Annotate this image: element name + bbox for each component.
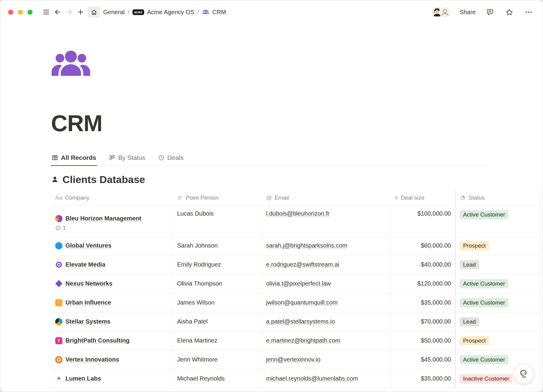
breadcrumb-root[interactable]: General [103,9,125,16]
email-cell[interactable]: sarah.j@brightsparksolns.com [262,236,391,255]
status-cell[interactable]: Lead [455,255,540,274]
company-cell[interactable]: Vertex Innovations [51,350,173,369]
point-person-cell[interactable]: Michael Reynolds [173,369,262,388]
deal-size-cell[interactable]: $120,000.00 [391,274,455,293]
more-options-button[interactable] [523,7,534,17]
point-person-cell[interactable]: Sarah Johnson [173,236,262,255]
status-badge[interactable]: Active Customer [460,355,508,364]
company-link[interactable]: Lumen Labs [65,375,101,382]
company-link[interactable]: Vertex Innovations [65,356,119,363]
status-badge[interactable]: Prospect [460,241,489,250]
avatar[interactable] [439,6,451,18]
sidebar-toggle-button[interactable] [40,6,52,18]
email-cell[interactable]: e.martinez@brightpath.com [262,331,391,350]
deal-size-cell[interactable]: $70,000.00 [391,312,455,331]
status-badge[interactable]: Prospect [460,336,489,345]
point-person-cell[interactable]: Lucas Dubois [173,205,262,236]
email-link[interactable]: a.patel@stellarsystems.io [266,318,335,325]
table-row[interactable]: ✦ Lumen Labs Michael Reynolds michael.re… [51,369,540,388]
column-header-company[interactable]: Aa Company [51,191,173,205]
tab-all-records[interactable]: All Records [51,151,97,166]
deal-size-cell[interactable]: $100,000.00 [391,205,455,236]
table-row[interactable]: Global Ventures Sarah Johnson sarah.j@br… [51,236,540,255]
email-link[interactable]: sarah.j@brightsparksolns.com [266,242,347,249]
email-cell[interactable]: e.rodriguez@swiftstream.ai [262,255,391,274]
point-person-cell[interactable]: Elena Martinez [173,331,262,350]
column-header-status[interactable]: Status [455,191,540,205]
company-link[interactable]: Nexus Networks [65,280,113,287]
table-row[interactable]: Bleu Horizon Management 1 Lucas Dubois l… [51,205,540,236]
company-cell[interactable]: T BrightPath Consulting [51,331,173,350]
email-cell[interactable]: l.dubois@bleuhorizon.fr [262,205,391,236]
point-person-cell[interactable]: Aisha Patel [173,312,262,331]
table-row[interactable]: T BrightPath Consulting Elena Martinez e… [51,331,540,350]
share-button[interactable]: Share [460,9,476,16]
status-cell[interactable]: Active Customer [455,293,540,312]
email-cell[interactable]: michael.reynolds@lumenlabs.com [262,369,391,388]
point-person-cell[interactable]: Jenn Whitmore [173,350,262,369]
tab-deals[interactable]: Deals [157,151,184,166]
close-window-button[interactable] [8,10,13,15]
company-link[interactable]: Urban Influence [65,299,111,306]
point-person-cell[interactable]: James Wilson [173,293,262,312]
deal-size-cell[interactable]: $35,000.00 [391,293,455,312]
email-link[interactable]: e.rodriguez@swiftstream.ai [266,261,339,268]
company-link[interactable]: Global Ventures [65,242,111,249]
minimize-window-button[interactable] [18,10,23,15]
breadcrumb-workspace[interactable]: Acme Agency OS [147,9,195,16]
status-cell[interactable]: Active Customer [455,205,540,236]
email-link[interactable]: e.martinez@brightpath.com [266,337,340,344]
email-cell[interactable]: jenn@vertexinnov.io [262,350,391,369]
email-link[interactable]: jwilson@quantumquill.com [266,299,338,306]
comments-button[interactable] [485,7,495,17]
table-row[interactable]: Vertex Innovations Jenn Whitmore jenn@ve… [51,350,540,369]
status-cell[interactable]: Active Customer [455,274,540,293]
company-link[interactable]: Bleu Horizon Management [65,215,141,222]
status-badge[interactable]: Active Customer [460,210,508,219]
table-row[interactable]: Nexus Networks Olivia Thompson olivia.t@… [51,274,540,293]
help-button[interactable] [514,364,534,384]
breadcrumb-page[interactable]: CRM [212,9,226,16]
table-row[interactable]: Urban Influence James Wilson jwilson@qua… [51,293,540,312]
back-button[interactable] [52,6,63,18]
email-cell[interactable]: a.patel@stellarsystems.io [262,312,391,331]
point-person-cell[interactable]: Olivia Thompson [173,274,262,293]
point-person-cell[interactable]: Emily Rodriguez [173,255,262,274]
status-cell[interactable]: Prospect [455,331,540,350]
company-link[interactable]: Elevate Media [65,261,105,268]
status-cell[interactable]: Prospect [455,236,540,255]
company-cell[interactable]: ✦ Lumen Labs [51,369,173,388]
company-link[interactable]: Stellar Systems [65,318,110,325]
deal-size-cell[interactable]: $40,000.00 [391,255,455,274]
deal-size-cell[interactable]: $60,000.00 [391,236,455,255]
company-cell[interactable]: Elevate Media [51,255,173,274]
email-link[interactable]: olivia.t@pixelperfect.law [266,280,331,287]
company-cell[interactable]: Global Ventures [51,236,173,255]
status-badge[interactable]: Lead [460,317,479,326]
page-icon-people[interactable] [51,49,93,79]
favorite-button[interactable] [504,7,514,17]
status-badge[interactable]: Active Customer [460,279,508,288]
email-cell[interactable]: olivia.t@pixelperfect.law [262,274,391,293]
email-link[interactable]: michael.reynolds@lumenlabs.com [266,375,358,382]
email-cell[interactable]: jwilson@quantumquill.com [262,293,391,312]
status-badge[interactable]: Lead [460,260,479,269]
status-badge[interactable]: Active Customer [460,298,508,307]
table-row[interactable]: Elevate Media Emily Rodriguez e.rodrigue… [51,255,540,274]
forward-button[interactable] [63,6,75,18]
column-header-deal-size[interactable]: # Deal size [391,191,455,205]
new-tab-button[interactable] [75,6,86,18]
tab-by-status[interactable]: By Status [108,151,146,166]
company-link[interactable]: BrightPath Consulting [65,337,129,344]
column-header-email[interactable]: @ Email [262,191,391,205]
deal-size-cell[interactable]: $50,000.00 [391,331,455,350]
company-cell[interactable]: Urban Influence [51,293,173,312]
comment-count[interactable]: 1 [55,225,66,231]
email-link[interactable]: l.dubois@bleuhorizon.fr [266,210,329,217]
status-cell[interactable]: Lead [455,312,540,331]
deal-size-cell[interactable]: $35,000.00 [391,369,455,388]
home-button[interactable] [87,6,100,18]
column-header-point-person[interactable]: Point Person [173,191,262,205]
email-link[interactable]: jenn@vertexinnov.io [266,356,320,363]
table-row[interactable]: Stellar Systems Aisha Patel a.patel@stel… [51,312,540,331]
